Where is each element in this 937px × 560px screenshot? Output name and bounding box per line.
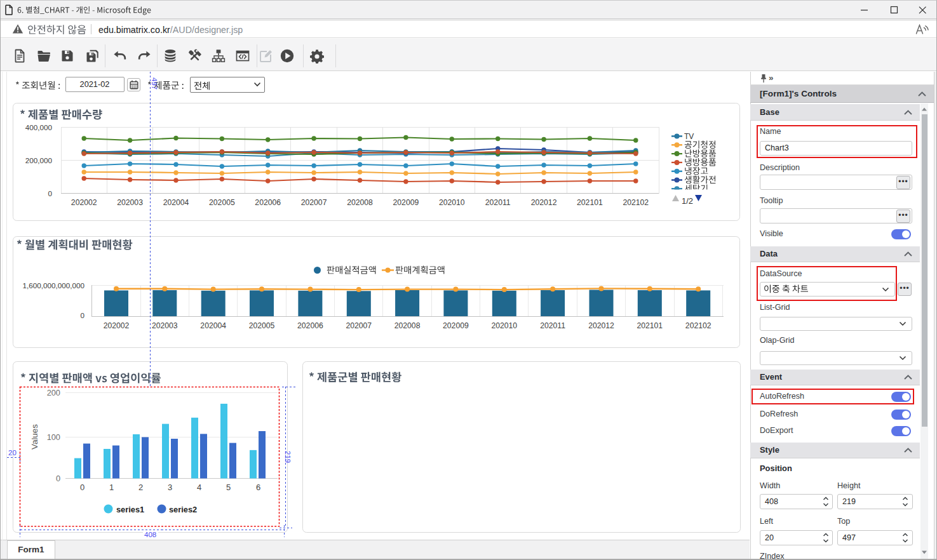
svg-text:1: 1 (109, 483, 114, 492)
svg-text:3: 3 (168, 483, 172, 492)
svg-text:0: 0 (80, 311, 84, 319)
svg-text:202101: 202101 (577, 198, 603, 207)
svg-text:202102: 202102 (685, 321, 711, 330)
svg-text:202009: 202009 (443, 321, 469, 330)
svg-text:200: 200 (47, 388, 60, 397)
svg-text:219: 219 (284, 451, 292, 463)
svg-text:Values: Values (30, 424, 39, 450)
svg-text:1,600,000,000,000: 1,600,000,000,000 (23, 281, 85, 290)
svg-text:202101: 202101 (637, 321, 663, 330)
svg-text:202002: 202002 (104, 321, 130, 330)
svg-text:20: 20 (8, 449, 17, 457)
svg-text:202010: 202010 (439, 198, 465, 207)
svg-text:202010: 202010 (491, 321, 517, 330)
svg-text:202012: 202012 (588, 321, 614, 330)
svg-text:202002: 202002 (71, 198, 97, 207)
svg-text:202102: 202102 (623, 198, 649, 207)
svg-text:200,000: 200,000 (25, 156, 53, 164)
svg-text:5: 5 (226, 483, 231, 492)
svg-text:202004: 202004 (200, 321, 226, 330)
svg-text:0: 0 (48, 189, 52, 197)
svg-text:202004: 202004 (163, 198, 189, 207)
svg-text:202012: 202012 (531, 198, 557, 207)
svg-text:202005: 202005 (249, 321, 275, 330)
svg-text:1/2: 1/2 (682, 196, 693, 206)
svg-text:202008: 202008 (394, 321, 421, 330)
svg-text:202007: 202007 (301, 198, 327, 207)
svg-text:202011: 202011 (540, 321, 565, 330)
svg-text:series1: series1 (116, 505, 144, 514)
svg-text:TV: TV (684, 132, 694, 141)
svg-text:202003: 202003 (152, 321, 178, 330)
svg-text:4: 4 (197, 483, 201, 492)
svg-text:202005: 202005 (209, 198, 235, 207)
svg-text:497: 497 (151, 77, 158, 90)
svg-text:202006: 202006 (255, 198, 281, 207)
svg-text:202009: 202009 (393, 198, 419, 207)
svg-text:202006: 202006 (297, 321, 323, 330)
svg-text:202011: 202011 (485, 198, 511, 207)
svg-text:series2: series2 (169, 505, 197, 514)
svg-text:0: 0 (80, 483, 84, 492)
svg-text:0: 0 (56, 474, 60, 483)
svg-text:202003: 202003 (117, 198, 143, 207)
svg-text:202007: 202007 (346, 321, 372, 330)
svg-text:202008: 202008 (347, 198, 373, 207)
svg-text:2: 2 (138, 483, 143, 492)
svg-text:6: 6 (256, 483, 260, 492)
svg-text:400,000: 400,000 (25, 123, 53, 131)
svg-text:100: 100 (47, 432, 60, 442)
svg-text:408: 408 (144, 531, 156, 538)
